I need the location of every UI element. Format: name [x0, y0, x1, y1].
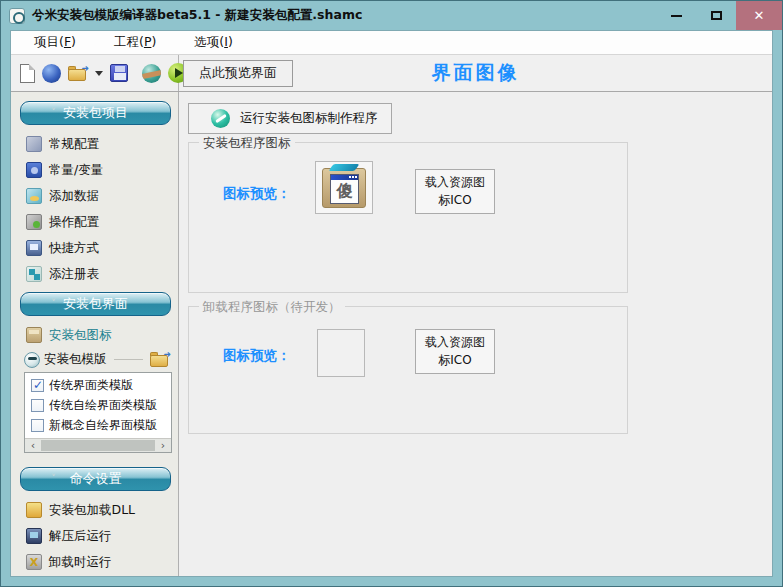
registry-icon — [26, 266, 42, 282]
monitor-icon — [26, 528, 42, 544]
checkbox[interactable] — [31, 399, 44, 412]
sidebar-item-label: 常量/变量 — [49, 162, 103, 179]
sidebar-section-command-settings[interactable]: ˅ 命令设置 — [20, 467, 171, 491]
open-dropdown-button[interactable] — [95, 61, 103, 85]
sidebar-item-label: 安装包加载DLL — [49, 502, 135, 519]
add-data-icon — [26, 188, 42, 204]
sidebar-section-package-interface[interactable]: ˅ 安装包界面 — [20, 292, 171, 316]
checkbox-label: 传统自绘界面类模版 — [49, 397, 157, 414]
globe-button[interactable] — [42, 61, 61, 85]
template-icon — [24, 352, 40, 368]
icon-preview-label: 图标预览： — [223, 347, 291, 365]
checkbox[interactable] — [31, 419, 44, 432]
package-icon-window: 傻 — [330, 174, 359, 204]
chevron-down-icon: ˅ — [51, 299, 56, 309]
menu-item-options[interactable]: 选项(I) — [188, 32, 238, 53]
minimize-button[interactable] — [656, 1, 696, 30]
sidebar-item-constants-variables[interactable]: 常量/变量 — [11, 157, 178, 183]
sidebar-item-label: 安装包图标 — [49, 327, 112, 344]
chevron-down-icon: ˅ — [51, 108, 56, 118]
run-icon-maker-button[interactable]: 运行安装包图标制作程序 — [188, 103, 392, 134]
sidebar-item-label: 常规配置 — [49, 136, 99, 153]
menu-item-project[interactable]: 项目(F) — [28, 32, 82, 53]
shortcut-icon — [26, 240, 42, 256]
window-inner: 项目(F) 工程(P) 选项(I) ➜ — [10, 30, 773, 577]
publish-button[interactable] — [142, 61, 161, 85]
checkbox[interactable] — [31, 379, 44, 392]
sidebar-item-package-icon[interactable]: 安装包图标 — [11, 322, 178, 348]
menubar: 项目(F) 工程(P) 选项(I) — [11, 31, 772, 55]
tab-strip: 点此预览界面 界面图像 — [179, 55, 772, 91]
template-option-classic-custom[interactable]: 传统自绘界面类模版 — [25, 395, 171, 415]
app-window: 兮米安装包模版编译器beta5.1 - 新建安装包配置.shamc ✕ 项目(F… — [0, 0, 783, 587]
close-button[interactable]: ✕ — [736, 1, 782, 30]
app-icon — [9, 8, 25, 24]
new-file-icon — [20, 64, 35, 83]
sidebar-item-label: 解压后运行 — [49, 528, 112, 545]
sidebar-item-operation-config[interactable]: 操作配置 — [11, 209, 178, 235]
save-icon — [110, 64, 128, 82]
template-group-header: 安装包模版 ➜ — [11, 348, 178, 370]
menu-accel: F — [64, 34, 71, 49]
scroll-left-arrow[interactable]: ‹ — [25, 439, 41, 452]
chevron-down-icon — [95, 71, 103, 76]
scroll-right-arrow[interactable]: › — [155, 439, 171, 452]
open-template-folder-button[interactable]: ➜ — [150, 352, 170, 367]
menu-item-engineering[interactable]: 工程(P) — [108, 32, 162, 53]
sidebar-item-label: 快捷方式 — [49, 240, 99, 257]
load-resource-icon-label: 载入资源图标ICO — [422, 334, 488, 369]
menu-label: ) — [151, 34, 156, 49]
window-title: 兮米安装包模版编译器beta5.1 - 新建安装包配置.shamc — [32, 7, 362, 24]
template-option-new-concept[interactable]: 新概念自绘界面模版 — [25, 415, 171, 435]
checkbox-label: 传统界面类模版 — [49, 377, 133, 394]
save-button[interactable] — [110, 61, 128, 85]
open-folder-button[interactable]: ➜ — [68, 61, 88, 85]
run-icon-maker-label: 运行安装包图标制作程序 — [240, 110, 378, 127]
uninstall-icon-preview-box — [317, 329, 365, 377]
icon-preview-label: 图标预览： — [223, 185, 291, 203]
sidebar-item-add-data[interactable]: 添加数据 — [11, 183, 178, 209]
minimize-icon — [671, 15, 682, 17]
new-file-button[interactable] — [20, 61, 35, 85]
template-option-classic[interactable]: 传统界面类模版 — [25, 375, 171, 395]
menu-label: 工程( — [114, 34, 144, 49]
globe-icon — [42, 64, 61, 83]
main-panel: 运行安装包图标制作程序 安装包程序图标 图标预览： 傻 — [179, 92, 772, 576]
icon-maker-globe-icon — [211, 109, 230, 128]
sidebar-item-shortcut[interactable]: 快捷方式 — [11, 235, 178, 261]
maximize-button[interactable] — [696, 1, 736, 30]
menu-label: 项目( — [34, 34, 64, 49]
menu-label: ) — [228, 34, 233, 49]
sidebar-item-add-registry[interactable]: 添注册表 — [11, 261, 178, 287]
scrollbar-track[interactable] — [41, 440, 155, 451]
dll-icon — [26, 502, 42, 518]
groupbox-legend: 卸载程序图标（待开发） — [199, 299, 345, 316]
sidebar-item-label: 添加数据 — [49, 188, 99, 205]
close-icon: ✕ — [754, 8, 765, 23]
chevron-down-icon: ˅ — [51, 474, 56, 484]
sidebar-item-load-dll[interactable]: 安装包加载DLL — [11, 497, 178, 523]
publish-globe-icon — [142, 64, 161, 83]
load-resource-icon-button[interactable]: 载入资源图标ICO — [415, 329, 495, 374]
body-row: ˅ 安装包项目 常规配置 常量/变量 添加数据 操作配置 快捷方式 添注册表 ˅… — [11, 92, 772, 576]
sidebar-item-label: 操作配置 — [49, 214, 99, 231]
groupbox-legend: 安装包程序图标 — [199, 135, 295, 152]
variables-icon — [26, 162, 42, 178]
menu-label: 选项( — [194, 34, 224, 49]
sidebar-item-run-after-extract[interactable]: 解压后运行 — [11, 523, 178, 549]
tab-preview-interface[interactable]: 点此预览界面 — [183, 60, 293, 87]
titlebar[interactable]: 兮米安装包模版编译器beta5.1 - 新建安装包配置.shamc ✕ — [1, 1, 782, 30]
horizontal-scrollbar[interactable]: ‹ › — [25, 438, 171, 452]
load-resource-icon-button[interactable]: 载入资源图标ICO — [415, 169, 495, 214]
sidebar-section-package-project[interactable]: ˅ 安装包项目 — [20, 101, 171, 125]
sidebar-item-run-on-uninstall[interactable]: X卸载时运行 — [11, 549, 178, 575]
sidebar-item-label: 卸载时运行 — [49, 554, 112, 571]
program-icon-preview-box: 傻 — [315, 161, 373, 214]
sidebar-item-general-config[interactable]: 常规配置 — [11, 131, 178, 157]
maximize-icon — [711, 11, 722, 20]
tab-label: 点此预览界面 — [199, 64, 277, 82]
general-config-icon — [26, 136, 42, 152]
sidebar-item-label: 添注册表 — [49, 266, 99, 283]
operation-config-icon — [26, 214, 42, 230]
section-header-label: 安装包界面 — [63, 295, 128, 313]
